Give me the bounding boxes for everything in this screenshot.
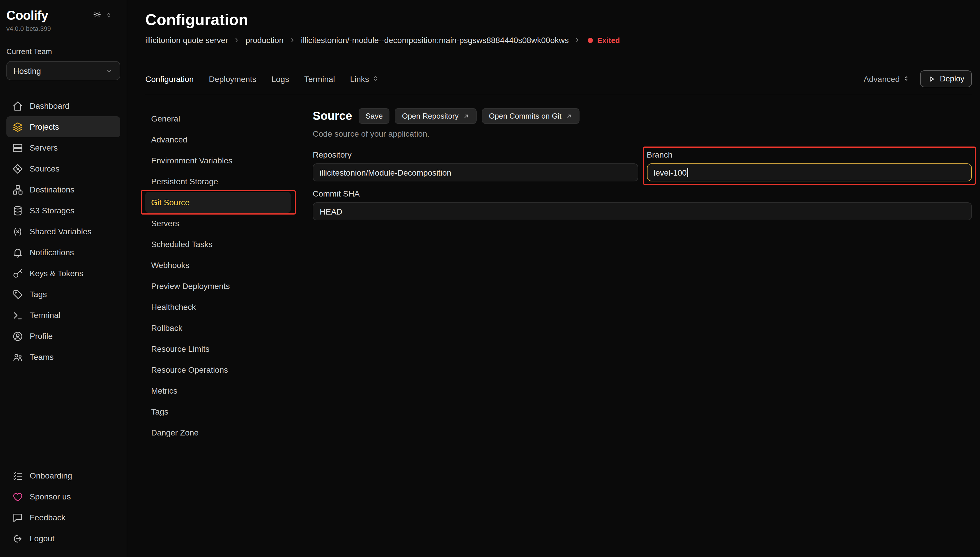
subnav-item-scheduled-tasks[interactable]: Scheduled Tasks [145,234,291,255]
repository-input[interactable]: illicitestonion/Module-Decomposition [313,163,638,181]
key-icon [12,268,23,279]
tab-logs[interactable]: Logs [271,74,289,83]
sidebar-item-sources[interactable]: Sources [7,158,120,179]
server-icon [12,142,23,153]
sidebar-item-logout[interactable]: Logout [7,528,120,549]
subnav-item-general[interactable]: General [145,108,291,129]
sidebar: Coolify v4.0.0-beta.399 Current Team Hos… [0,0,127,557]
tag-icon [12,289,23,300]
sidebar-item-feedback[interactable]: Feedback [7,507,120,528]
branch-input[interactable]: level-100 [647,163,972,181]
breadcrumb: illicitonion quote server production ill… [145,36,972,45]
sidebar-nav: Dashboard Projects Servers Sources Desti… [7,95,120,368]
commit-sha-label: Commit SHA [313,189,972,198]
subnav-item-servers[interactable]: Servers [145,213,291,234]
sidebar-item-sponsor[interactable]: Sponsor us [7,486,120,507]
chevron-updown-icon [903,74,910,83]
logout-icon [12,533,23,544]
commit-sha-input[interactable]: HEAD [313,202,972,220]
breadcrumb-project[interactable]: illicitonion quote server [145,36,228,45]
status-badge: Exited [588,36,620,44]
tab-configuration[interactable]: Configuration [145,74,194,83]
tab-links[interactable]: Links [350,74,379,83]
subnav-item-tags[interactable]: Tags [145,401,291,422]
source-header: Source Save Open Repository Open Commits… [313,108,972,124]
source-subtitle: Code source of your application. [313,129,972,138]
subnav-item-healthcheck[interactable]: Healthcheck [145,296,291,318]
breadcrumb-environment[interactable]: production [245,36,284,45]
terminal-icon [12,309,23,321]
sidebar-item-s3-storages[interactable]: S3 Storages [7,200,120,221]
sidebar-item-terminal[interactable]: Terminal [7,305,120,326]
heart-icon [12,491,23,502]
breadcrumb-application[interactable]: illicitestonion/-module--decomposition:m… [301,36,569,45]
branch-label: Branch [647,150,972,159]
git-icon [12,163,23,174]
logo-row: Coolify [7,8,120,23]
subnav-item-preview-deployments[interactable]: Preview Deployments [145,275,291,296]
sidebar-item-notifications[interactable]: Notifications [7,242,120,263]
theme-toggle-icon[interactable] [93,10,101,21]
bell-icon [12,247,23,258]
sidebar-item-tags[interactable]: Tags [7,284,120,305]
sidebar-item-onboarding[interactable]: Onboarding [7,465,120,486]
sidebar-footer-nav: Onboarding Sponsor us Feedback Logout [7,465,120,549]
chevron-right-icon [233,37,241,44]
status-label: Exited [597,36,620,44]
subnav-item-rollback[interactable]: Rollback [145,318,291,339]
subnav-item-danger-zone[interactable]: Danger Zone [145,422,291,443]
branch-field: Branch level-100 [647,150,972,181]
source-title: Source [313,109,352,123]
subnav-item-git-source[interactable]: Git Source [145,192,291,213]
chevron-down-icon [105,67,113,75]
external-link-icon [463,112,470,119]
chevron-right-icon [289,37,296,44]
open-repository-button[interactable]: Open Repository [395,108,477,124]
play-icon [928,75,936,83]
subnav-item-resource-operations[interactable]: Resource Operations [145,359,291,380]
subnav-item-advanced[interactable]: Advanced [145,129,291,150]
database-icon [12,205,23,216]
page-title: Configuration [145,10,972,29]
save-button[interactable]: Save [359,108,390,124]
team-select[interactable]: Hosting [7,61,120,80]
sidebar-item-dashboard[interactable]: Dashboard [7,95,120,116]
user-circle-icon [12,331,23,342]
repository-field: Repository illicitestonion/Module-Decomp… [313,150,638,181]
network-icon [12,184,23,195]
repository-label: Repository [313,150,638,159]
deploy-button[interactable]: Deploy [920,70,972,87]
tabs-divider [145,95,972,95]
chat-bubble-icon [12,512,23,523]
instance-selector-icon[interactable] [105,10,112,21]
advanced-selector[interactable]: Advanced [863,74,910,83]
subnav-item-resource-limits[interactable]: Resource Limits [145,339,291,359]
open-commits-button[interactable]: Open Commits on Git [482,108,580,124]
layers-icon [12,121,23,132]
main-content: Configuration illicitonion quote server … [127,0,980,557]
chevron-updown-icon [372,74,379,83]
sidebar-item-keys-tokens[interactable]: Keys & Tokens [7,263,120,284]
tab-terminal[interactable]: Terminal [304,74,335,83]
sidebar-item-servers[interactable]: Servers [7,137,120,158]
sidebar-item-profile[interactable]: Profile [7,326,120,347]
tab-deployments[interactable]: Deployments [209,74,256,83]
variable-icon [12,226,23,237]
coolify-app: Coolify v4.0.0-beta.399 Current Team Hos… [0,0,980,557]
subnav-item-persistent-storage[interactable]: Persistent Storage [145,171,291,192]
tabs-right: Advanced Deploy [863,70,972,87]
text-cursor [687,168,688,177]
users-group-icon [12,352,23,363]
subnav-item-environment-variables[interactable]: Environment Variables [145,150,291,171]
config-subnav: General Advanced Environment Variables P… [145,108,291,557]
sidebar-item-shared-variables[interactable]: Shared Variables [7,221,120,242]
subnav-item-metrics[interactable]: Metrics [145,380,291,401]
subnav-item-webhooks[interactable]: Webhooks [145,255,291,275]
external-link-icon [566,112,572,119]
sidebar-item-projects[interactable]: Projects [7,116,120,137]
current-team-label: Current Team [7,47,120,56]
config-body: General Advanced Environment Variables P… [145,108,972,557]
source-section: Source Save Open Repository Open Commits… [313,108,972,557]
sidebar-item-teams[interactable]: Teams [7,347,120,368]
sidebar-item-destinations[interactable]: Destinations [7,179,120,200]
